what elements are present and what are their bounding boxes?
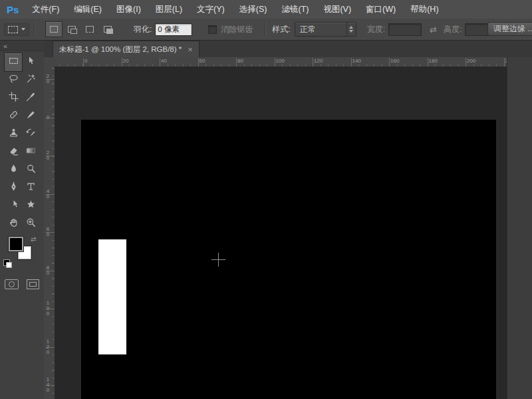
menu-item-window[interactable]: 窗口(W) xyxy=(358,0,403,19)
menu-item-help[interactable]: 帮助(H) xyxy=(403,0,446,19)
pen-icon xyxy=(8,181,19,195)
crosshair-cursor xyxy=(211,253,225,267)
width-label: 宽度: xyxy=(367,24,385,35)
default-colors-icon[interactable] xyxy=(3,259,10,266)
horizontal-ruler: 020406080100120140160180200220 xyxy=(55,57,507,67)
tool-gradient[interactable] xyxy=(22,143,39,161)
menu-item-select[interactable]: 选择(S) xyxy=(232,0,275,19)
subtract-from-selection-button[interactable] xyxy=(81,21,98,37)
history-brush-icon xyxy=(25,127,37,141)
collapse-panel-button[interactable]: « xyxy=(0,41,44,51)
tool-hand[interactable] xyxy=(5,215,22,233)
refine-edge-button[interactable]: 调整边缘 ... xyxy=(487,22,532,36)
menu-item-type[interactable]: 文字(Y) xyxy=(190,0,232,19)
swap-colors-icon[interactable]: ⇄ xyxy=(31,235,36,243)
path-selection-icon xyxy=(8,199,19,213)
app-logo: Ps xyxy=(7,4,19,15)
crop-icon xyxy=(8,91,19,105)
spinner-arrows-icon xyxy=(346,23,356,36)
spot-healing-icon xyxy=(8,109,19,123)
hand-icon xyxy=(8,217,19,231)
vertical-ruler: 2 002 04 06 08 01 0 01 2 01 4 0 xyxy=(44,66,55,399)
chevron-down-icon xyxy=(21,28,25,31)
tool-lasso[interactable] xyxy=(5,71,22,89)
menu-item-edit[interactable]: 编辑(E) xyxy=(66,0,109,19)
feather-label: 羽化: xyxy=(134,24,152,35)
antialias-label: 消除锯齿 xyxy=(221,24,253,35)
gradient-icon xyxy=(25,145,37,159)
width-input[interactable] xyxy=(388,23,422,36)
tool-path-selection[interactable] xyxy=(5,197,22,215)
magic-wand-icon xyxy=(25,73,37,87)
document-tab-bar: 未标题-1 @ 100% (图层 2, RGB/8) * × xyxy=(44,41,532,58)
tool-custom-shape[interactable] xyxy=(22,197,39,215)
eraser-icon xyxy=(8,145,19,159)
tool-dodge[interactable] xyxy=(22,161,39,179)
panel-bottom-buttons xyxy=(0,279,44,289)
canvas-viewport xyxy=(55,66,507,399)
document-tab[interactable]: 未标题-1 @ 100% (图层 2, RGB/8) * × xyxy=(53,41,200,57)
tool-panel: « ⇄ xyxy=(0,41,45,399)
style-dropdown[interactable]: 正常 xyxy=(295,22,356,37)
zoom-icon xyxy=(25,217,37,231)
menu-items: 文件(F)编辑(E)图像(I)图层(L)文字(Y)选择(S)滤镜(T)视图(V)… xyxy=(25,0,446,19)
screen-mode-button[interactable] xyxy=(27,279,39,289)
photoshop-window: Ps 文件(F)编辑(E)图像(I)图层(L)文字(Y)选择(S)滤镜(T)视图… xyxy=(0,0,532,399)
tool-blur[interactable] xyxy=(5,161,22,179)
custom-shape-icon xyxy=(25,199,37,213)
quick-mask-button[interactable] xyxy=(5,279,19,289)
clone-stamp-icon xyxy=(8,127,19,141)
separator xyxy=(265,22,266,37)
tool-brush[interactable] xyxy=(22,107,39,125)
marquee-preset-icon xyxy=(8,26,18,33)
rectangular-marquee-icon xyxy=(8,55,19,69)
tool-history-brush[interactable] xyxy=(22,125,39,143)
antialias-checkbox[interactable] xyxy=(208,25,217,34)
ruler-corner xyxy=(44,57,55,67)
style-label: 样式: xyxy=(272,24,290,35)
separator xyxy=(34,22,35,37)
swap-dimensions-icon[interactable]: ⇄ xyxy=(430,25,437,35)
blur-icon xyxy=(8,163,19,177)
menu-bar: Ps 文件(F)编辑(E)图像(I)图层(L)文字(Y)选择(S)滤镜(T)视图… xyxy=(0,0,532,19)
tool-zoom[interactable] xyxy=(22,215,39,233)
tools-grid xyxy=(0,53,44,233)
height-label: 高度: xyxy=(444,24,462,35)
tool-spot-healing[interactable] xyxy=(5,107,22,125)
feather-input[interactable] xyxy=(155,23,192,36)
foreground-color-swatch[interactable] xyxy=(9,237,23,251)
tool-eyedropper[interactable] xyxy=(22,89,39,107)
tool-rectangular-marquee[interactable] xyxy=(5,53,22,71)
brush-icon xyxy=(25,109,37,123)
tool-preset-picker[interactable] xyxy=(4,23,29,36)
canvas[interactable] xyxy=(81,120,496,399)
type-icon xyxy=(25,181,37,195)
close-tab-icon[interactable]: × xyxy=(188,45,193,54)
menu-item-layer[interactable]: 图层(L) xyxy=(148,0,190,19)
new-selection-button[interactable] xyxy=(45,21,63,37)
tool-type[interactable] xyxy=(22,179,39,197)
lasso-icon xyxy=(8,73,19,87)
white-rectangle-shape xyxy=(98,239,126,354)
tool-pen[interactable] xyxy=(5,179,22,197)
tool-magic-wand[interactable] xyxy=(22,71,39,89)
antialias-option: 消除锯齿 xyxy=(208,24,253,35)
move-icon xyxy=(25,55,37,69)
selection-mode-group xyxy=(45,21,116,37)
tool-eraser[interactable] xyxy=(5,143,22,161)
tool-options-bar: 羽化: 消除锯齿 样式: 正常 宽度: ⇄ 高度: 调整边缘 ... xyxy=(0,19,532,41)
menu-item-file[interactable]: 文件(F) xyxy=(25,0,66,19)
right-panel-dock xyxy=(507,57,532,399)
tool-crop[interactable] xyxy=(5,89,22,107)
tool-clone-stamp[interactable] xyxy=(5,125,22,143)
intersect-selection-button[interactable] xyxy=(99,21,116,37)
style-value: 正常 xyxy=(300,24,316,35)
dodge-icon xyxy=(25,163,37,177)
menu-item-view[interactable]: 视图(V) xyxy=(316,0,358,19)
document-tab-title: 未标题-1 @ 100% (图层 2, RGB/8) * xyxy=(59,45,182,55)
tool-move[interactable] xyxy=(22,53,39,71)
add-to-selection-button[interactable] xyxy=(63,21,80,37)
double-chevron-left-icon: « xyxy=(3,43,7,49)
menu-item-image[interactable]: 图像(I) xyxy=(109,0,148,19)
menu-item-filter[interactable]: 滤镜(T) xyxy=(274,0,316,19)
